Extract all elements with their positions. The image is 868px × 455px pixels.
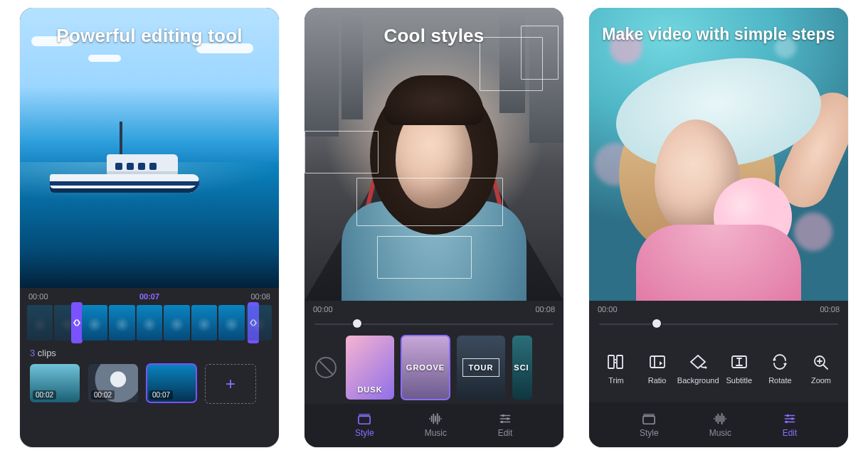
time-end: 00:08 — [820, 305, 840, 314]
trim-handle-left[interactable] — [71, 302, 83, 343]
bottom-nav: Style Music Edit — [305, 404, 563, 447]
clip-thumb-2[interactable]: 00:02 — [88, 364, 138, 402]
screenshot-2: Cool styles 00:00 00:08 DUSK GROOVE TOUR… — [305, 8, 563, 447]
subtitle-icon — [729, 352, 749, 372]
add-clip-button[interactable]: + — [205, 364, 256, 404]
svg-point-3 — [507, 417, 509, 420]
trim-icon — [606, 352, 626, 372]
scrubber[interactable] — [314, 319, 554, 327]
scrubber[interactable] — [599, 319, 838, 327]
preview-video[interactable]: Powerful editing tool — [20, 8, 279, 288]
clip-thumb-1[interactable]: 00:02 — [30, 364, 80, 402]
zoom-icon — [811, 352, 831, 372]
scrubber-knob[interactable] — [353, 319, 361, 328]
preview-video[interactable]: Make video with simple steps — [589, 8, 848, 301]
style-none-button[interactable] — [313, 336, 339, 399]
tool-trim[interactable]: Trim — [599, 352, 633, 385]
nav-edit[interactable]: Edit — [782, 412, 798, 438]
clip-duration: 00:07 — [149, 390, 173, 400]
trim-filmstrip[interactable] — [27, 305, 272, 341]
svg-marker-11 — [773, 358, 776, 360]
svg-marker-12 — [783, 363, 787, 366]
time-start: 00:00 — [313, 305, 333, 314]
style-card-groove[interactable]: GROOVE — [401, 336, 450, 399]
plus-icon: + — [226, 374, 235, 394]
screenshot-1: Powerful editing tool 00:00 00:07 00:08 … — [20, 8, 279, 447]
time-start: 00:00 — [28, 292, 48, 301]
rotate-icon — [770, 352, 790, 372]
hero-title: Powerful editing tool — [20, 25, 279, 47]
svg-point-2 — [502, 414, 504, 417]
tool-background[interactable]: Background — [681, 352, 715, 385]
tool-ratio[interactable]: Ratio — [640, 352, 674, 385]
tool-rotate[interactable]: Rotate — [763, 352, 797, 385]
clip-duration: 00:02 — [33, 390, 56, 400]
nav-style[interactable]: Style — [355, 412, 374, 438]
no-style-icon — [315, 357, 337, 378]
tool-zoom[interactable]: Zoom — [804, 352, 838, 385]
time-end: 00:08 — [535, 305, 555, 314]
hero-title: Make video with simple steps — [589, 25, 848, 44]
style-name: SCI — [512, 363, 532, 372]
svg-rect-14 — [643, 416, 655, 424]
time-start: 00:00 — [598, 305, 618, 314]
screenshot-3: Make video with simple steps 00:00 00:08… — [589, 8, 848, 447]
sliders-icon — [782, 412, 798, 425]
time-end: 00:08 — [250, 292, 270, 301]
svg-rect-5 — [608, 355, 614, 368]
hero-illustration-boat — [50, 129, 199, 193]
clip-thumb-3[interactable]: 00:07 — [147, 364, 196, 402]
style-presets: DUSK GROOVE TOUR SCI — [305, 331, 563, 403]
nav-edit[interactable]: Edit — [497, 412, 513, 438]
style-name: TOUR — [457, 363, 505, 372]
svg-rect-7 — [650, 356, 665, 368]
timeline-labels: 00:00 00:07 00:08 — [20, 288, 279, 304]
svg-marker-8 — [660, 361, 662, 365]
clips-count-label: 3 clips — [20, 345, 279, 361]
svg-rect-0 — [359, 417, 370, 424]
style-card-dusk[interactable]: DUSK — [346, 336, 394, 399]
background-icon — [688, 352, 708, 372]
svg-point-9 — [705, 367, 707, 369]
svg-rect-6 — [617, 355, 623, 368]
style-icon — [641, 412, 657, 425]
edit-tools: Trim Ratio Background Subtitle Rotate Zo… — [589, 331, 848, 402]
style-name: GROOVE — [401, 363, 450, 372]
svg-point-17 — [791, 417, 794, 420]
nav-music[interactable]: Music — [709, 412, 731, 438]
nav-music[interactable]: Music — [425, 412, 447, 438]
svg-point-18 — [785, 420, 788, 423]
style-icon — [356, 412, 372, 425]
svg-point-4 — [501, 421, 504, 424]
bottom-nav: Style Music Edit — [589, 402, 848, 447]
style-card-sci[interactable]: SCI — [512, 336, 532, 399]
sliders-icon — [497, 412, 513, 425]
ratio-icon — [647, 352, 667, 372]
hero-title: Cool styles — [305, 25, 563, 47]
clips-list: 00:02 00:02 00:07 + — [20, 361, 279, 412]
nav-style[interactable]: Style — [640, 412, 659, 438]
clip-duration: 00:02 — [91, 390, 115, 400]
style-name: DUSK — [346, 385, 394, 394]
style-card-tour[interactable]: TOUR — [457, 336, 505, 399]
preview-video[interactable]: Cool styles — [305, 8, 563, 301]
music-icon — [712, 412, 728, 425]
timeline-labels: 00:00 00:08 — [305, 301, 563, 316]
time-current: 00:07 — [139, 292, 159, 301]
tool-subtitle[interactable]: Subtitle — [722, 352, 756, 385]
timeline-labels: 00:00 00:08 — [589, 301, 848, 316]
scrubber-knob[interactable] — [652, 319, 661, 328]
svg-point-16 — [786, 414, 789, 417]
music-icon — [428, 412, 443, 425]
